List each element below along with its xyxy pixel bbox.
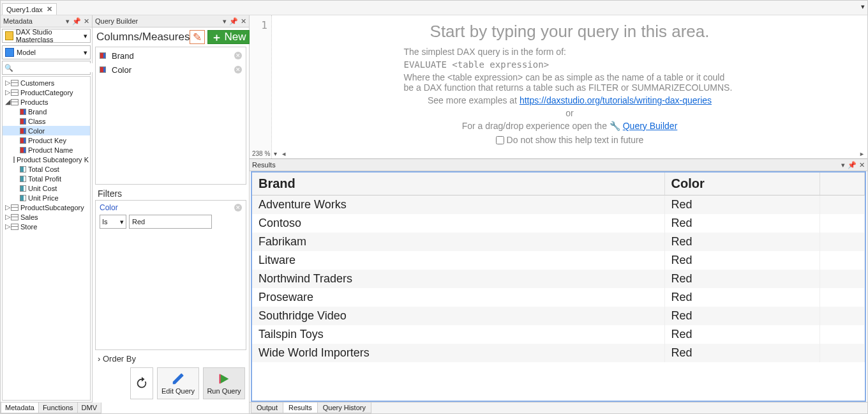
- chevron-down-icon: ▾: [120, 218, 124, 226]
- table-row[interactable]: FabrikamRed: [252, 233, 865, 251]
- metadata-search[interactable]: 🔍: [2, 61, 91, 75]
- editor-help-3a: See more examples at: [428, 95, 520, 105]
- cell-filler: [820, 233, 865, 251]
- cell: Wide World Importers: [252, 344, 664, 362]
- tree-table-store[interactable]: ▷Store: [3, 222, 90, 231]
- tree-table-sales[interactable]: ▷Sales: [3, 212, 90, 222]
- table-row[interactable]: Tailspin ToysRed: [252, 325, 865, 344]
- tree-node-label: Store: [20, 223, 37, 231]
- tree-column-class[interactable]: Class: [3, 116, 90, 126]
- expand-icon[interactable]: ▷: [4, 79, 11, 87]
- metadata-title: Metadata: [3, 17, 33, 25]
- search-input[interactable]: [13, 63, 104, 72]
- tree-node-label: Class: [28, 118, 46, 125]
- tab-results[interactable]: Results: [283, 402, 318, 413]
- tree-node-label: Color: [28, 127, 45, 135]
- table-row[interactable]: ContosoRed: [252, 214, 865, 233]
- tab-metadata[interactable]: Metadata: [1, 402, 39, 413]
- close-icon[interactable]: ✕: [47, 5, 52, 13]
- cell: Red: [664, 195, 820, 215]
- query-builder-title: Query Builder: [95, 17, 138, 25]
- cell-filler: [820, 214, 865, 233]
- qb-column-brand[interactable]: Brand✕: [96, 49, 246, 63]
- edit-measure-button[interactable]: ✎: [190, 30, 205, 44]
- file-tab-strip: Query1.dax ✕ ▾: [1, 1, 867, 15]
- close-icon[interactable]: ✕: [241, 17, 246, 26]
- query-editor[interactable]: 1 Start by typing your query in this are…: [250, 15, 867, 159]
- remove-filter-icon[interactable]: ✕: [234, 204, 242, 211]
- scroll-right-icon[interactable]: ►: [859, 151, 865, 157]
- run-query-button[interactable]: Run Query: [203, 367, 245, 399]
- expand-icon[interactable]: ◢: [4, 98, 11, 106]
- new-measure-button[interactable]: ＋New: [207, 30, 250, 44]
- pin-icon[interactable]: 📌: [848, 161, 857, 169]
- remove-column-icon[interactable]: ✕: [234, 66, 242, 73]
- table-row[interactable]: LitwareRed: [252, 251, 865, 270]
- edit-query-button[interactable]: Edit Query: [157, 367, 199, 399]
- tree-table-products[interactable]: ◢Products: [3, 97, 90, 107]
- tree-column-unit-price[interactable]: Unit Price: [3, 193, 90, 203]
- remove-column-icon[interactable]: ✕: [234, 52, 242, 59]
- autohide-icon[interactable]: ▾: [66, 17, 70, 26]
- autohide-icon[interactable]: ▾: [223, 17, 227, 26]
- tab-functions[interactable]: Functions: [38, 402, 78, 413]
- measure-icon: [20, 176, 26, 182]
- cube-icon: [5, 48, 14, 57]
- table-row[interactable]: Northwind TradersRed: [252, 270, 865, 288]
- pin-icon[interactable]: 📌: [72, 17, 81, 26]
- tree-table-productsubcategory[interactable]: ▷ProductSubcategory: [3, 203, 90, 212]
- pin-icon[interactable]: 📌: [229, 17, 238, 26]
- qb-column-color[interactable]: Color✕: [96, 63, 246, 77]
- columns-measures-title: Columns/Measures: [96, 31, 190, 43]
- query-builder-link[interactable]: Query Builder: [623, 121, 678, 131]
- filters-title: Filters: [93, 185, 249, 200]
- model-select[interactable]: Model ▾: [2, 45, 91, 59]
- options-dropdown-icon[interactable]: ▾: [861, 3, 865, 11]
- database-select[interactable]: DAX Studio Masterclass ▾: [2, 29, 91, 43]
- order-by[interactable]: › Order By: [93, 350, 249, 367]
- tree-column-product-name[interactable]: Product Name: [3, 145, 90, 155]
- cell: Red: [664, 214, 820, 233]
- zoom-level[interactable]: 238 %: [252, 150, 270, 157]
- refresh-button[interactable]: [130, 367, 153, 399]
- tab-query-history[interactable]: Query History: [317, 402, 371, 413]
- tree-table-productcategory[interactable]: ▷ProductCategory: [3, 88, 90, 97]
- scroll-left-icon[interactable]: ◄: [281, 151, 287, 157]
- editor-results-area: 1 Start by typing your query in this are…: [250, 15, 867, 413]
- tree-column-product-key[interactable]: Product Key: [3, 135, 90, 145]
- expand-icon[interactable]: ▷: [4, 203, 11, 211]
- column-header-color[interactable]: Color: [664, 172, 820, 195]
- column-header-brand[interactable]: Brand: [252, 172, 664, 195]
- columns-list[interactable]: Brand✕Color✕: [95, 47, 246, 185]
- filter-operator-select[interactable]: Is ▾: [100, 215, 126, 229]
- editor-or: or: [404, 108, 736, 118]
- tree-column-unit-cost[interactable]: Unit Cost: [3, 183, 90, 193]
- expand-icon[interactable]: ▷: [4, 222, 11, 231]
- table-row[interactable]: Southridge VideoRed: [252, 307, 865, 325]
- expand-icon[interactable]: ▷: [4, 88, 11, 96]
- close-icon[interactable]: ✕: [859, 161, 865, 169]
- results-grid[interactable]: BrandColorAdventure WorksRedContosoRedFa…: [251, 171, 866, 402]
- tree-column-brand[interactable]: Brand: [3, 107, 90, 116]
- table-row[interactable]: Adventure WorksRed: [252, 195, 865, 215]
- expand-icon[interactable]: ▷: [4, 213, 11, 221]
- filter-value-input[interactable]: Red: [129, 215, 212, 229]
- cell-filler: [820, 325, 865, 344]
- tree-column-product-subcategory-k[interactable]: Product Subcategory K: [3, 155, 90, 164]
- tree-column-total-profit[interactable]: Total Profit: [3, 174, 90, 183]
- metadata-tree[interactable]: ▷Customers▷ProductCategory◢ProductsBrand…: [2, 76, 91, 401]
- table-row[interactable]: Wide World ImportersRed: [252, 344, 865, 362]
- tree-column-total-cost[interactable]: Total Cost: [3, 164, 90, 174]
- autohide-icon[interactable]: ▾: [841, 161, 845, 169]
- tutorials-link[interactable]: https://daxstudio.org/tutorials/writing-…: [520, 95, 712, 105]
- zoom-dropdown-icon[interactable]: ▾: [274, 150, 277, 157]
- table-row[interactable]: ProsewareRed: [252, 288, 865, 307]
- filters-list[interactable]: Color ✕ Is ▾ Red: [95, 200, 246, 350]
- tab-output[interactable]: Output: [251, 402, 283, 413]
- tree-column-color[interactable]: Color: [3, 126, 90, 135]
- cell-filler: [820, 270, 865, 288]
- tree-table-customers[interactable]: ▷Customers: [3, 78, 90, 88]
- file-tab-query1[interactable]: Query1.dax ✕: [2, 3, 57, 15]
- do-not-show-checkbox[interactable]: [496, 136, 504, 144]
- close-icon[interactable]: ✕: [84, 17, 89, 26]
